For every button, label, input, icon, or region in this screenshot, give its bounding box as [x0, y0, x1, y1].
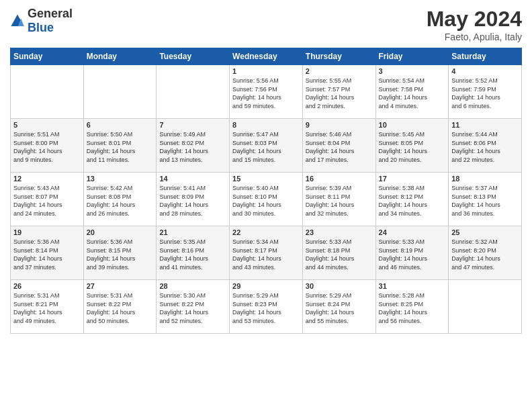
calendar-cell — [449, 280, 522, 334]
col-tuesday: Tuesday — [157, 48, 230, 65]
day-info: Sunrise: 5:52 AM Sunset: 7:59 PM Dayligh… — [451, 77, 519, 110]
calendar-cell: 22Sunrise: 5:34 AM Sunset: 8:17 PM Dayli… — [230, 226, 303, 280]
day-info: Sunrise: 5:30 AM Sunset: 8:22 PM Dayligh… — [159, 291, 226, 325]
header: General Blue May 2024 Faeto, Apulia, Ita… — [10, 7, 522, 42]
day-number: 8 — [232, 121, 300, 129]
day-number: 20 — [87, 228, 154, 236]
calendar-cell: 12Sunrise: 5:43 AM Sunset: 8:07 PM Dayli… — [11, 173, 84, 226]
day-info: Sunrise: 5:28 AM Sunset: 8:25 PM Dayligh… — [379, 291, 446, 325]
day-number: 30 — [306, 282, 373, 290]
calendar-cell — [157, 65, 230, 119]
day-number: 14 — [159, 175, 226, 183]
calendar-cell: 27Sunrise: 5:31 AM Sunset: 8:22 PM Dayli… — [83, 280, 157, 334]
calendar-week-4: 19Sunrise: 5:36 AM Sunset: 8:14 PM Dayli… — [11, 226, 522, 280]
day-info: Sunrise: 5:42 AM Sunset: 8:08 PM Dayligh… — [87, 184, 154, 218]
day-info: Sunrise: 5:40 AM Sunset: 8:10 PM Dayligh… — [232, 184, 300, 218]
calendar-cell: 18Sunrise: 5:37 AM Sunset: 8:13 PM Dayli… — [449, 173, 522, 226]
day-info: Sunrise: 5:41 AM Sunset: 8:09 PM Dayligh… — [159, 184, 226, 218]
calendar-cell: 10Sunrise: 5:45 AM Sunset: 8:05 PM Dayli… — [375, 119, 449, 173]
day-info: Sunrise: 5:36 AM Sunset: 8:14 PM Dayligh… — [13, 238, 81, 271]
day-number: 16 — [306, 175, 373, 183]
calendar-cell: 15Sunrise: 5:40 AM Sunset: 8:10 PM Dayli… — [230, 173, 303, 226]
col-sunday: Sunday — [11, 48, 84, 65]
col-saturday: Saturday — [449, 48, 522, 65]
day-number: 21 — [159, 228, 226, 236]
logo-blue: Blue — [28, 21, 54, 34]
calendar-cell: 19Sunrise: 5:36 AM Sunset: 8:14 PM Dayli… — [11, 226, 84, 280]
calendar-cell: 6Sunrise: 5:50 AM Sunset: 8:01 PM Daylig… — [83, 119, 157, 173]
day-info: Sunrise: 5:33 AM Sunset: 8:19 PM Dayligh… — [379, 238, 446, 271]
calendar-cell: 30Sunrise: 5:29 AM Sunset: 8:24 PM Dayli… — [302, 280, 375, 334]
calendar-cell: 1Sunrise: 5:56 AM Sunset: 7:56 PM Daylig… — [230, 65, 303, 119]
calendar-cell — [11, 65, 84, 119]
day-number: 13 — [87, 175, 154, 183]
day-number: 5 — [13, 121, 81, 129]
day-number: 24 — [379, 228, 446, 236]
day-info: Sunrise: 5:31 AM Sunset: 8:22 PM Dayligh… — [87, 291, 154, 325]
day-number: 18 — [451, 175, 519, 183]
day-info: Sunrise: 5:29 AM Sunset: 8:23 PM Dayligh… — [232, 291, 300, 325]
day-number: 9 — [306, 121, 373, 129]
col-monday: Monday — [83, 48, 157, 65]
calendar-cell: 5Sunrise: 5:51 AM Sunset: 8:00 PM Daylig… — [11, 119, 84, 173]
calendar-cell: 29Sunrise: 5:29 AM Sunset: 8:23 PM Dayli… — [230, 280, 303, 334]
title-block: May 2024 Faeto, Apulia, Italy — [427, 7, 522, 42]
calendar-cell: 9Sunrise: 5:46 AM Sunset: 8:04 PM Daylig… — [302, 119, 375, 173]
calendar-cell: 11Sunrise: 5:44 AM Sunset: 8:06 PM Dayli… — [449, 119, 522, 173]
day-number: 2 — [306, 67, 373, 75]
day-info: Sunrise: 5:33 AM Sunset: 8:18 PM Dayligh… — [306, 238, 373, 271]
calendar-cell: 13Sunrise: 5:42 AM Sunset: 8:08 PM Dayli… — [83, 173, 157, 226]
day-info: Sunrise: 5:35 AM Sunset: 8:16 PM Dayligh… — [159, 238, 226, 271]
day-number: 11 — [451, 121, 519, 129]
day-number: 23 — [306, 228, 373, 236]
day-number: 1 — [232, 67, 300, 75]
calendar-cell — [83, 65, 157, 119]
day-info: Sunrise: 5:47 AM Sunset: 8:03 PM Dayligh… — [232, 130, 300, 164]
logo-general: General — [28, 7, 73, 20]
calendar-cell: 20Sunrise: 5:36 AM Sunset: 8:15 PM Dayli… — [83, 226, 157, 280]
day-number: 26 — [13, 282, 81, 290]
col-wednesday: Wednesday — [230, 48, 303, 65]
header-row: Sunday Monday Tuesday Wednesday Thursday… — [11, 48, 522, 65]
day-info: Sunrise: 5:51 AM Sunset: 8:00 PM Dayligh… — [13, 130, 81, 164]
day-info: Sunrise: 5:36 AM Sunset: 8:15 PM Dayligh… — [87, 238, 154, 271]
day-info: Sunrise: 5:45 AM Sunset: 8:05 PM Dayligh… — [379, 130, 446, 164]
calendar-week-1: 1Sunrise: 5:56 AM Sunset: 7:56 PM Daylig… — [11, 65, 522, 119]
day-info: Sunrise: 5:50 AM Sunset: 8:01 PM Dayligh… — [87, 130, 154, 164]
calendar-cell: 26Sunrise: 5:31 AM Sunset: 8:21 PM Dayli… — [11, 280, 84, 334]
day-number: 19 — [13, 228, 81, 236]
calendar-cell: 16Sunrise: 5:39 AM Sunset: 8:11 PM Dayli… — [302, 173, 375, 226]
logo-text: General Blue — [28, 7, 73, 35]
calendar-table: Sunday Monday Tuesday Wednesday Thursday… — [10, 48, 522, 334]
day-info: Sunrise: 5:44 AM Sunset: 8:06 PM Dayligh… — [451, 130, 519, 164]
day-number: 6 — [87, 121, 154, 129]
main-title: May 2024 — [427, 7, 522, 32]
calendar-cell: 8Sunrise: 5:47 AM Sunset: 8:03 PM Daylig… — [230, 119, 303, 173]
calendar-cell: 14Sunrise: 5:41 AM Sunset: 8:09 PM Dayli… — [157, 173, 230, 226]
day-info: Sunrise: 5:32 AM Sunset: 8:20 PM Dayligh… — [451, 238, 519, 271]
day-info: Sunrise: 5:56 AM Sunset: 7:56 PM Dayligh… — [232, 77, 300, 110]
logo-icon — [10, 13, 25, 28]
calendar-cell: 24Sunrise: 5:33 AM Sunset: 8:19 PM Dayli… — [375, 226, 449, 280]
logo: General Blue — [10, 7, 73, 35]
col-friday: Friday — [375, 48, 449, 65]
day-number: 7 — [159, 121, 226, 129]
calendar-cell: 7Sunrise: 5:49 AM Sunset: 8:02 PM Daylig… — [157, 119, 230, 173]
calendar-cell: 25Sunrise: 5:32 AM Sunset: 8:20 PM Dayli… — [449, 226, 522, 280]
calendar-cell: 23Sunrise: 5:33 AM Sunset: 8:18 PM Dayli… — [302, 226, 375, 280]
calendar-cell: 3Sunrise: 5:54 AM Sunset: 7:58 PM Daylig… — [375, 65, 449, 119]
day-number: 17 — [379, 175, 446, 183]
day-number: 12 — [13, 175, 81, 183]
day-info: Sunrise: 5:37 AM Sunset: 8:13 PM Dayligh… — [451, 184, 519, 218]
calendar-week-2: 5Sunrise: 5:51 AM Sunset: 8:00 PM Daylig… — [11, 119, 522, 173]
day-info: Sunrise: 5:54 AM Sunset: 7:58 PM Dayligh… — [379, 77, 446, 110]
calendar-week-3: 12Sunrise: 5:43 AM Sunset: 8:07 PM Dayli… — [11, 173, 522, 226]
page: General Blue May 2024 Faeto, Apulia, Ita… — [0, 0, 532, 411]
day-info: Sunrise: 5:55 AM Sunset: 7:57 PM Dayligh… — [306, 77, 373, 110]
subtitle: Faeto, Apulia, Italy — [427, 32, 522, 42]
day-number: 10 — [379, 121, 446, 129]
day-number: 3 — [379, 67, 446, 75]
day-info: Sunrise: 5:34 AM Sunset: 8:17 PM Dayligh… — [232, 238, 300, 271]
calendar-cell: 2Sunrise: 5:55 AM Sunset: 7:57 PM Daylig… — [302, 65, 375, 119]
day-info: Sunrise: 5:38 AM Sunset: 8:12 PM Dayligh… — [379, 184, 446, 218]
